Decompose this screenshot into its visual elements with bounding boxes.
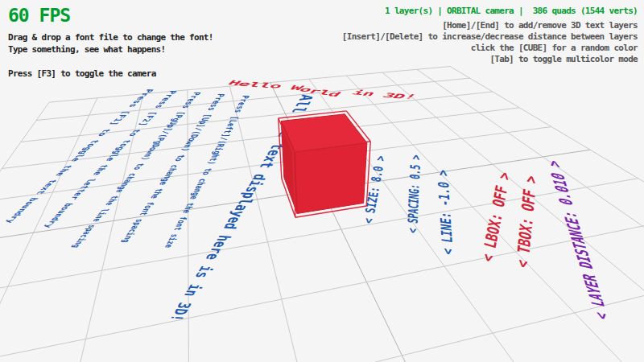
layer-distance-label: < LAYER DISTANCE: 0.010 > <box>543 158 613 321</box>
grid-line <box>0 262 644 362</box>
hint-toggle-camera: Press [F3] to toggle the camera <box>8 68 213 80</box>
hud-left: 60 FPS Drag & drop a font file to change… <box>8 5 213 80</box>
hud-right: 1 layer(s) | ORBITAL camera | 386 quads … <box>342 5 638 65</box>
text3d-demo-app: Hello World in 3D!Press [F1] to toggle t… <box>0 0 644 362</box>
grid-line <box>0 215 644 362</box>
line-label: < LINE: -1.0 > <box>435 168 456 255</box>
grid-line <box>21 92 493 142</box>
hint-layer-distance: [Insert]/[Delete] to increase/decrease d… <box>342 31 638 43</box>
hint-type-something: Type something, see what happens! <box>8 43 213 56</box>
grid-line <box>309 79 644 362</box>
help-text-boundry: Press [F1] to toggle the text boundry <box>4 89 156 224</box>
grid-line <box>188 90 191 362</box>
hint-drag-drop-font: Drag & drop a font file to change the fo… <box>8 31 213 43</box>
grid-line <box>0 327 644 362</box>
lbox-label: < LBOX: OFF > <box>477 170 514 264</box>
fps-counter: 60 FPS <box>8 5 213 26</box>
grid-line <box>0 94 143 362</box>
hint-multicolor-mode: [Tab] to toggle multicolor mode <box>342 54 638 65</box>
status-bar: 1 layer(s) | ORBITAL camera | 386 quads … <box>342 5 638 17</box>
hint-add-remove-layers: [Home]/[End] to add/remove 3D text layer… <box>342 20 638 31</box>
tbox-label: < TBOX: OFF > <box>513 173 541 270</box>
hint-cube-random-color: click the [CUBE] for a random color <box>342 43 638 54</box>
cube-front-face[interactable] <box>295 143 367 214</box>
spacing-label: < SPACING: 0.5 > <box>405 154 423 234</box>
